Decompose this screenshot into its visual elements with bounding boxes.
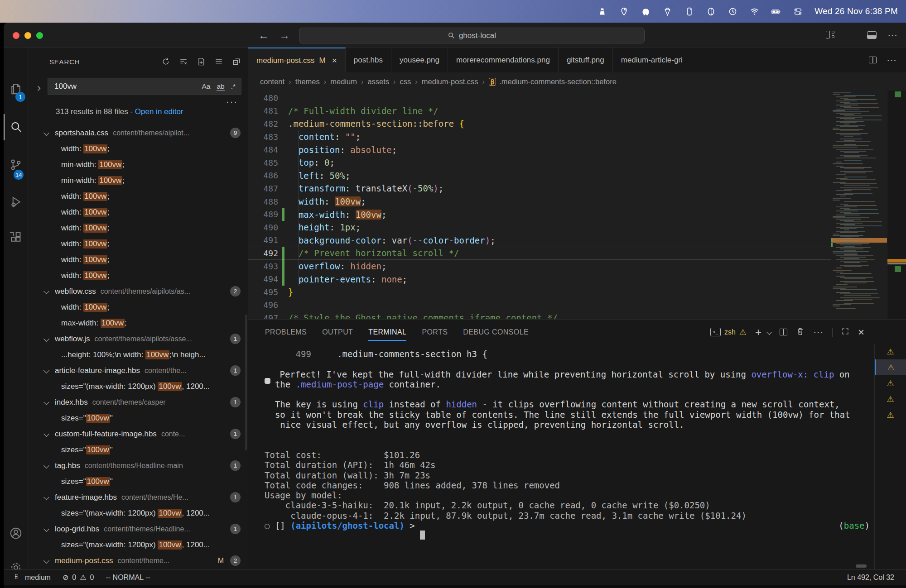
breadcrumb-item[interactable]: medium-post.css [422,77,478,86]
search-result-match[interactable]: width: 100vw; [28,141,248,157]
opera-icon[interactable] [706,6,716,16]
code-line[interactable]: 491 background-color: var(--color-border… [248,234,831,247]
code-line[interactable]: 482.medium-comments-section::before { [248,117,831,130]
tab-medium-article-gri[interactable]: medium-article-gri [613,48,691,72]
panel-tab-output[interactable]: OUTPUT [322,320,353,344]
search-result-file[interactable]: webflow.csscontent/themes/aipilots/as...… [28,283,248,299]
search-result-match[interactable]: max-width: 100vw; [28,315,248,331]
more-actions-icon[interactable]: ⋯ [887,29,898,41]
search-result-match[interactable]: width: 100vw; [28,188,248,204]
refresh-icon[interactable] [161,57,171,67]
minimap[interactable] [831,91,887,319]
command-center[interactable]: ghost-local [299,28,645,43]
search-result-match[interactable]: width: 100vw; [28,236,248,252]
clear-search-results-icon[interactable] [178,57,188,67]
menu-bar-clock[interactable]: Wed 26 Nov 6:38 PM [814,6,898,16]
panel-tab-debug-console[interactable]: DEBUG CONSOLE [463,320,529,344]
search-result-file[interactable]: tag.hbscontent/themes/Headline-main1 [28,458,248,473]
search-result-match[interactable]: sizes="100vw" [28,410,248,426]
search-result-match[interactable]: min-width: 100vw; [28,172,248,188]
terminal-tab-item[interactable]: ⚠ [875,375,906,391]
search-result-file[interactable]: webflow.jscontent/themes/aipilots/asse..… [28,331,248,347]
kill-terminal-icon[interactable] [796,327,805,338]
back-icon[interactable]: ← [258,29,269,42]
vlc-icon[interactable] [597,6,607,16]
terminal-tab-item[interactable]: ⚠ [875,407,906,423]
mastodon-icon[interactable] [641,6,651,16]
search-result-match[interactable]: width: 100vw; [28,268,248,283]
code-line[interactable]: 486 left: 50%; [248,169,831,182]
search-result-match[interactable]: sizes="(max-width: 1200px) 100vw, 1200..… [28,505,248,521]
search-result-file[interactable]: index.hbscontent/themes/casper1 [28,394,248,410]
search-result-file[interactable]: sportshaala.csscontent/themes/aipilot...… [28,125,248,141]
breadcrumb-item[interactable]: content [260,77,284,86]
code-line[interactable]: 487 transform: translateX(-50%); [248,182,831,195]
breadcrumb-symbol[interactable]: .medium-comments-section::before [499,77,617,86]
panel-tab-problems[interactable]: PROBLEMS [265,320,307,344]
terminal-tab-item[interactable]: ⚠ [875,391,906,407]
tab-close-icon[interactable]: × [332,56,337,66]
tab-morerecommendations.png[interactable]: morerecommendations.png [448,48,559,72]
sidebar-scrollbar[interactable] [245,315,247,450]
toggle-replace-icon[interactable]: › [37,81,41,94]
vim-mode-indicator[interactable]: -- NORMAL -- [106,574,150,582]
search-result-match[interactable]: ...height: 100%;\n width: 100vw;\n heigh… [28,347,248,363]
forward-icon[interactable]: → [279,29,290,42]
breadcrumb[interactable]: content›themes›medium›assets›css›medium-… [248,72,906,91]
sidebar-item-run-debug[interactable] [4,188,28,216]
search-result-file[interactable]: feature-image.hbscontent/themes/He...1 [28,489,248,505]
code-line[interactable]: 483 content: ""; [248,130,831,143]
customize-layout-icon[interactable] [826,31,836,40]
sidebar-item-extensions[interactable] [4,223,28,251]
toggle-panel-icon[interactable] [867,31,877,39]
terminal-output[interactable]: 499 .medium-comments-section h3 {⏺ Perfe… [248,344,874,569]
code-line[interactable]: 497/* Style the Ghost native comments if… [248,311,831,319]
tab-more-actions-icon[interactable]: ⋯ [887,54,897,66]
search-result-file[interactable]: article-feature-image.hbscontent/the...1 [28,363,248,378]
tab-yousee.png[interactable]: yousee.png [391,48,448,72]
breadcrumb-item[interactable]: themes [295,77,320,86]
split-terminal-icon[interactable] [780,329,787,335]
regex-icon[interactable]: .* [231,82,236,91]
overview-ruler[interactable] [887,91,906,319]
maximize-panel-icon[interactable] [841,327,849,337]
search-input[interactable]: 100vw Aa ab .* [48,78,241,95]
time-machine-icon[interactable] [728,6,737,16]
problems-indicator[interactable]: ⊘ 0 ⚠ 0 [63,573,94,582]
cursor-position[interactable]: Ln 492, Col 32 [847,574,894,582]
minimize-window-button[interactable] [24,32,31,39]
search-result-file[interactable]: custom-full-feature-image.hbsconte...1 [28,426,248,442]
location-icon[interactable] [619,6,629,16]
close-window-button[interactable] [13,32,19,39]
sidebar-item-source-control[interactable]: 14 [4,151,28,179]
sidebar-item-explorer[interactable]: 1 [4,75,28,103]
code-line[interactable]: 490 height: 1px; [248,221,831,234]
wifi-icon[interactable] [749,6,759,16]
battery-icon[interactable] [771,6,781,16]
search-result-match[interactable]: width: 100vw; [28,220,248,236]
panel-more-actions-icon[interactable]: ⋯ [813,326,824,338]
breadcrumb-item[interactable]: css [400,77,411,86]
search-result-match[interactable]: sizes="100vw" [28,473,248,489]
search-result-match[interactable]: width: 100vw; [28,299,248,315]
code-line[interactable]: 485 top: 0; [248,156,831,169]
search-result-match[interactable]: sizes="(max-width: 1200px) 100vw, 1200..… [28,378,248,394]
tab-post.hbs[interactable]: post.hbs [346,48,391,72]
search-result-file[interactable]: medium-post.csscontent/theme...M2 [28,553,248,569]
branch-indicator[interactable]: medium [14,573,51,582]
search-result-match[interactable]: sizes="100vw" [28,442,248,458]
search-result-match[interactable]: width: 100vw; [28,204,248,220]
account-icon[interactable] [4,519,28,547]
code-line[interactable]: 488 width: 100vw; [248,195,831,208]
zoom-window-button[interactable] [36,32,43,39]
whole-word-icon[interactable]: ab [217,82,224,91]
terminal-shell-chip[interactable]: >_ zsh ⚠ [710,327,747,337]
terminal-scrollbar-thumb[interactable] [856,564,867,568]
collapse-all-icon[interactable] [231,57,241,67]
control-center-icon[interactable] [793,6,803,16]
close-panel-icon[interactable]: × [858,326,864,339]
panel-tab-ports[interactable]: PORTS [422,320,448,344]
split-editor-icon[interactable] [869,57,877,63]
panel-tab-terminal[interactable]: TERMINAL [368,320,406,344]
terminal-profile-dropdown-icon[interactable] [766,330,771,335]
